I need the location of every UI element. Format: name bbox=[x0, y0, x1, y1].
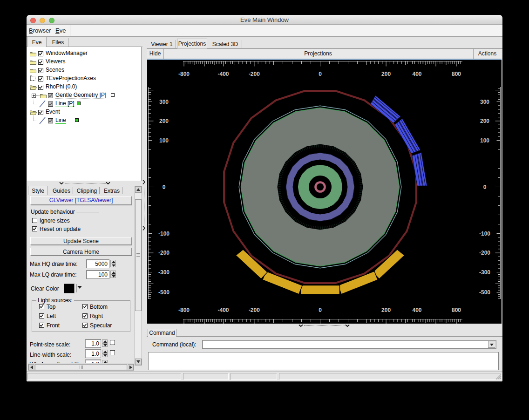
svg-text:-500: -500 bbox=[479, 289, 490, 296]
svg-text:0: 0 bbox=[319, 307, 322, 313]
svg-text:400: 400 bbox=[412, 307, 421, 313]
svg-text:-400: -400 bbox=[217, 307, 229, 313]
svg-text:200: 200 bbox=[159, 118, 169, 124]
svg-text:-400: -400 bbox=[217, 71, 229, 77]
svg-text:800: 800 bbox=[452, 307, 461, 313]
svg-text:300: 300 bbox=[480, 99, 489, 105]
svg-text:-500: -500 bbox=[158, 289, 170, 296]
svg-text:-200: -200 bbox=[479, 250, 490, 256]
svg-text:800: 800 bbox=[452, 71, 461, 77]
svg-text:-200: -200 bbox=[249, 307, 260, 313]
svg-text:300: 300 bbox=[159, 99, 169, 105]
svg-text:-800: -800 bbox=[178, 307, 190, 313]
svg-text:-100: -100 bbox=[158, 230, 170, 237]
svg-text:0: 0 bbox=[163, 184, 166, 190]
svg-text:0: 0 bbox=[319, 71, 322, 77]
svg-text:-200: -200 bbox=[249, 71, 260, 77]
svg-text:-300: -300 bbox=[158, 269, 170, 276]
svg-text:0: 0 bbox=[483, 184, 487, 190]
svg-text:100: 100 bbox=[159, 137, 169, 144]
svg-text:-100: -100 bbox=[479, 230, 490, 237]
svg-text:-800: -800 bbox=[178, 71, 190, 77]
svg-text:200: 200 bbox=[381, 307, 391, 313]
svg-text:100: 100 bbox=[480, 137, 489, 144]
svg-text:-300: -300 bbox=[479, 269, 490, 276]
svg-text:400: 400 bbox=[412, 71, 421, 77]
svg-text:200: 200 bbox=[480, 118, 489, 124]
svg-text:-200: -200 bbox=[158, 250, 170, 256]
svg-text:200: 200 bbox=[381, 71, 391, 77]
